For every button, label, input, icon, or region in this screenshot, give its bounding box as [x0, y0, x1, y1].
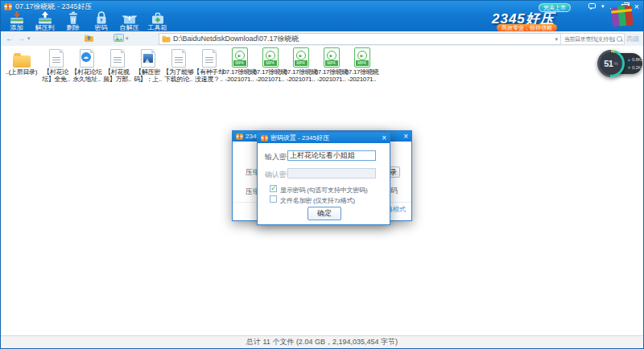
file-item-video[interactable]: ▶MP4 07.17徐晓晓 -2021071.. [347, 48, 377, 83]
add-button[interactable]: 添加 [2, 11, 31, 31]
file-name: 【村花论坛 [71, 68, 102, 76]
text-file-icon [171, 49, 186, 68]
filename-encrypt-label: 文件名加密 (仅支持7z格式) [280, 196, 355, 205]
file-item[interactable]: 【村花视 频】万部.. [102, 48, 132, 83]
mp4-file-icon: ▶MP4 [232, 47, 248, 68]
text-file-icon [49, 49, 64, 68]
mp4-file-icon: ▶MP4 [293, 47, 309, 68]
books-icon [609, 4, 637, 28]
download-arrow-icon: ▼ [627, 65, 631, 70]
file-item-video[interactable]: ▶MP4 07.17徐晓晓 -2021071.. [255, 48, 285, 83]
file-name: 07.17徐晓晓 [254, 68, 287, 76]
progress-ring: 51 % [597, 50, 625, 77]
sfx-button[interactable]: 自解压 [115, 11, 143, 31]
address-caret-icon[interactable]: ▾ [555, 36, 558, 43]
file-item[interactable]: 【有种子却 没速度？.. [194, 48, 224, 83]
forward-icon[interactable]: → [17, 33, 25, 43]
folder-icon [162, 35, 171, 43]
file-item[interactable]: ☁ 【村花论坛 永久地址.. [72, 48, 101, 83]
search-icon[interactable] [617, 36, 622, 42]
file-row: ..(上层目录) 【村花论 坛】全免.. ☁ 【村花论坛 永久地址.. 【村花视… [1, 46, 643, 83]
file-name: 频】万部.. [103, 76, 131, 83]
file-item[interactable]: 【为了能够 下载的论.. [163, 48, 193, 83]
mp4-file-icon: ▶MP4 [354, 47, 370, 68]
delete-button[interactable]: 删除 [59, 11, 87, 31]
file-name: 07.17徐晓晓 [315, 68, 349, 76]
address-field[interactable]: D:\BaiduNetdiskDownload\07.17徐晓晓 ▾ [159, 33, 561, 45]
cloud-icon: ☁ [81, 52, 91, 62]
play-icon: ▶ [235, 51, 245, 60]
brand-slogan: 高效专业，值得信赖 [497, 24, 557, 31]
folder-up-icon [13, 55, 31, 68]
file-name: 永久地址.. [72, 76, 101, 83]
filename-encrypt-checkbox[interactable] [270, 195, 277, 203]
ok-button[interactable]: 确定 [308, 207, 341, 220]
address-path: D:\BaiduNetdiskDownload\07.17徐晓晓 [173, 34, 555, 44]
view-caret-icon[interactable]: ▾ [126, 33, 129, 43]
lock-icon [92, 11, 111, 24]
file-name: 07.17徐晓晓 [345, 68, 379, 76]
up-directory-icon[interactable] [84, 33, 94, 43]
file-name: -2021071.. [225, 76, 254, 83]
address-bar: ← → ▾ ▾ D:\BaiduNetdiskDownload\07.17徐晓晓… [1, 31, 643, 47]
file-name: 【村花视 [105, 68, 130, 76]
history-caret-icon[interactable]: ▾ [27, 33, 31, 43]
back-icon[interactable]: ← [6, 33, 14, 43]
play-icon: ▶ [266, 51, 275, 60]
password-dialog-close-icon[interactable]: × [382, 134, 386, 142]
view-mode-icon[interactable] [114, 33, 124, 43]
file-name: 码】：上.. [134, 76, 162, 83]
compress-dialog-close-icon[interactable]: × [403, 133, 408, 141]
file-item[interactable]: 【村花论 坛】全免.. [41, 48, 71, 83]
password-input[interactable] [287, 150, 376, 161]
extract-to-button[interactable]: 解压到 [31, 11, 59, 31]
file-name: 下载的论.. [164, 76, 192, 83]
file-name: 【为了能够 [163, 68, 194, 76]
trash-icon [64, 11, 83, 24]
window-chrome: 07.17徐晓晓 - 2345好压 ▾ × 添加 解压到 删除 [1, 1, 643, 31]
file-name: 07.17徐晓晓 [284, 68, 318, 76]
file-item-video[interactable]: ▶MP4 07.17徐晓晓 -2021071.. [316, 48, 346, 83]
play-icon: ▶ [357, 51, 367, 60]
file-name: ..(上层目录) [6, 68, 37, 76]
dialog-app-icon [261, 134, 268, 142]
play-icon: ▶ [327, 51, 336, 60]
toolbox-button[interactable]: 工具箱 [143, 11, 171, 31]
search-field [560, 33, 625, 45]
password-dialog: 密码设置 - 2345好压 × 输入密码 确认密码 ✓ 显示密码 (勾选可支持中… [257, 132, 390, 225]
download-rate: 0.2K/s [632, 65, 644, 70]
password-dialog-title: 密码设置 - 2345好压 [270, 133, 329, 142]
file-item[interactable]: 【解压密 码】：上.. [133, 48, 163, 83]
file-name: -2021071.. [348, 76, 376, 83]
file-item-video[interactable]: ▶MP4 07.17徐晓晓 -2021071.. [225, 48, 254, 83]
file-name: 【解压密 [135, 68, 160, 76]
file-item-video[interactable]: ▶MP4 07.17徐晓晓 -2021071.. [286, 48, 316, 83]
percent-sign: % [613, 61, 617, 66]
app-icon [4, 2, 12, 10]
toolbar-label: 密码 [95, 25, 108, 31]
add-archive-icon [7, 11, 27, 24]
advanced-search-link[interactable]: 高级 [626, 35, 639, 43]
progress-percent: 51 [604, 59, 613, 68]
file-name: -2021071.. [256, 76, 284, 83]
file-item-parent-dir[interactable]: ..(上层目录) [2, 48, 40, 76]
show-password-checkbox[interactable]: ✓ [270, 185, 277, 192]
file-name: -2021071.. [317, 76, 345, 83]
password-button[interactable]: 密码 [87, 11, 115, 31]
dialog-app-icon [236, 133, 243, 140]
haozip-window: 07.17徐晓晓 - 2345好压 ▾ × 添加 解压到 删除 [0, 0, 644, 349]
file-name: 坛】全免.. [42, 76, 70, 83]
file-name: 【有种子却 [193, 68, 225, 76]
toolbar-label: 添加 [10, 25, 23, 31]
status-bar: 总计 11 个文件 (2.04 GB，2,194,035,454 字节) [1, 335, 643, 348]
search-input[interactable] [563, 35, 617, 43]
brand-banner[interactable]: 完美上市 2345好压 高效专业，值得信赖 [490, 2, 637, 31]
extract-icon [35, 11, 55, 24]
confirm-password-input [287, 168, 376, 179]
window-title: 07.17徐晓晓 - 2345好压 [15, 2, 93, 12]
file-name: 07.17徐晓晓 [223, 68, 257, 76]
speed-widget[interactable]: 51 % ▲ 0.8K/s ▼ 0.2K/s [597, 50, 642, 77]
file-name: -2021071.. [287, 76, 315, 83]
toolbar-label: 自解压 [120, 25, 139, 31]
mp4-file-icon: ▶MP4 [262, 47, 279, 68]
